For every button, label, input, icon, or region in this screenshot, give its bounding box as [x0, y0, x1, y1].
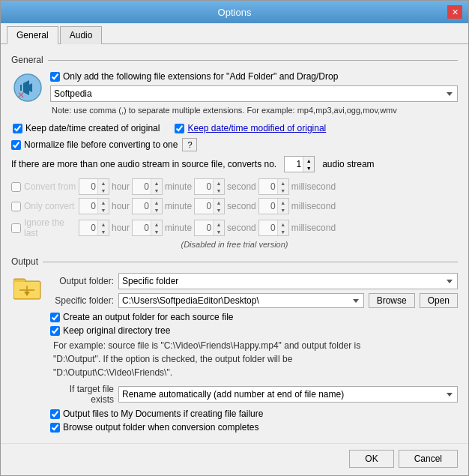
- ignore-last-checkbox[interactable]: [11, 223, 21, 233]
- if-exists-select[interactable]: Rename automatically (add number at end …: [118, 386, 458, 403]
- specific-folder-select[interactable]: C:\Users\SoftpediaEditor\Desktop\: [118, 293, 364, 308]
- title-bar: Options ✕: [1, 1, 468, 23]
- general-section-line: [48, 60, 458, 61]
- create-output-row: Create an output folder for each source …: [50, 312, 458, 322]
- tab-audio[interactable]: Audio: [60, 26, 103, 44]
- if-exists-select-container: Rename automatically (add number at end …: [118, 386, 458, 403]
- ignore-last-second-down[interactable]: ▼: [214, 228, 224, 235]
- output-section-label: Output: [11, 256, 38, 267]
- convert-from-ms-input[interactable]: [259, 181, 277, 193]
- speaker-icon: ✕: [13, 73, 43, 103]
- general-right: Only add the following file extensions f…: [50, 71, 458, 118]
- convert-from-ms-up[interactable]: ▲: [278, 179, 288, 187]
- only-convert-label-wrap[interactable]: Only convert: [11, 201, 79, 211]
- ignore-last-minute-up[interactable]: ▲: [151, 220, 162, 228]
- only-convert-hour-down[interactable]: ▼: [98, 206, 109, 214]
- convert-from-second-down[interactable]: ▼: [214, 187, 224, 194]
- only-convert-ms-down[interactable]: ▼: [278, 206, 288, 214]
- ignore-last-ms-up[interactable]: ▲: [278, 220, 288, 228]
- keep-date-created-checkbox[interactable]: [13, 124, 22, 133]
- output-my-docs-label[interactable]: Output files to My Documents if creating…: [50, 409, 263, 419]
- normalize-help-button[interactable]: ?: [182, 138, 197, 151]
- convert-from-minute-up[interactable]: ▲: [151, 179, 162, 187]
- create-output-label[interactable]: Create an output folder for each source …: [50, 312, 233, 322]
- ignore-last-hour-up[interactable]: ▲: [98, 220, 109, 228]
- audio-stream-up[interactable]: ▲: [303, 157, 314, 164]
- convert-from-second-input[interactable]: [195, 181, 213, 193]
- convert-from-minute-down[interactable]: ▼: [151, 187, 162, 194]
- example-text-area: For example: source file is "C:\Video\Fr…: [50, 339, 458, 379]
- ignore-last-second-up[interactable]: ▲: [214, 220, 224, 228]
- only-convert-spinboxes: ▲ ▼ hour ▲ ▼ minute ▲: [79, 198, 336, 214]
- example-text2: "D:\Output". If the option is checked, t…: [53, 354, 292, 364]
- only-convert-ms-up[interactable]: ▲: [278, 199, 288, 206]
- audio-stream-down[interactable]: ▼: [303, 164, 314, 172]
- only-convert-minute-up[interactable]: ▲: [151, 199, 162, 206]
- only-convert-second-down[interactable]: ▼: [214, 206, 224, 214]
- ignore-last-second-label: second: [227, 223, 256, 233]
- content-area: General ✕ Only: [1, 44, 468, 443]
- output-my-docs-row: Output files to My Documents if creating…: [50, 409, 458, 419]
- general-section-label: General: [11, 55, 43, 65]
- browse-output-text: Browse output folder when conversion com…: [63, 422, 258, 433]
- tab-general[interactable]: General: [7, 26, 58, 44]
- normalize-checkbox[interactable]: [11, 140, 21, 150]
- ignore-last-ms-input[interactable]: [259, 222, 277, 234]
- keep-date-modified-checkbox[interactable]: [175, 124, 184, 133]
- ignore-last-label-wrap[interactable]: Ignore the last: [11, 217, 79, 238]
- only-add-checkbox[interactable]: [50, 72, 60, 82]
- only-convert-hour-up[interactable]: ▲: [98, 199, 109, 206]
- close-button[interactable]: ✕: [447, 5, 462, 19]
- only-convert-checkbox[interactable]: [11, 202, 21, 211]
- convert-from-minute-input[interactable]: [133, 181, 151, 193]
- only-convert-second-up[interactable]: ▲: [214, 199, 224, 206]
- normalize-text: Normalize file before converting to one: [24, 139, 178, 150]
- ignore-last-minute-down[interactable]: ▼: [151, 228, 162, 235]
- only-add-label[interactable]: Only add the following file extensions f…: [50, 71, 338, 82]
- keep-date-modified-label[interactable]: Keep date/time modified of original: [175, 123, 326, 133]
- convert-from-hour-down[interactable]: ▼: [98, 187, 109, 194]
- ignore-last-hour-down[interactable]: ▼: [98, 228, 109, 235]
- output-folder-select[interactable]: Specific folder Same as source My Docume…: [118, 273, 458, 289]
- convert-from-hour-input[interactable]: [79, 181, 97, 193]
- convert-from-checkbox[interactable]: [11, 182, 21, 192]
- convert-from-hour-spinbox: ▲ ▼: [79, 178, 109, 195]
- tab-bar: General Audio: [1, 23, 468, 44]
- only-convert-second-input[interactable]: [195, 200, 213, 212]
- create-output-checkbox[interactable]: [50, 313, 60, 322]
- ignore-last-minute-input[interactable]: [133, 222, 151, 234]
- keep-date-row: Keep date/time created of original Keep …: [11, 123, 458, 133]
- ignore-last-ms-down[interactable]: ▼: [278, 228, 288, 235]
- browse-output-label[interactable]: Browse output folder when conversion com…: [50, 422, 258, 433]
- extension-select[interactable]: Softpedia: [50, 85, 458, 102]
- ignore-last-second-spinbox: ▲ ▼: [194, 220, 225, 236]
- convert-from-second-up[interactable]: ▲: [214, 179, 224, 187]
- convert-from-ms-down[interactable]: ▼: [278, 187, 288, 194]
- audio-stream-text2: audio stream: [322, 159, 374, 169]
- ignore-last-hour-input[interactable]: [79, 222, 97, 234]
- ignore-last-second-input[interactable]: [195, 222, 213, 234]
- only-convert-hour-input[interactable]: [79, 200, 97, 212]
- convert-from-minute-label: minute: [165, 181, 192, 192]
- ok-button[interactable]: OK: [349, 450, 393, 468]
- browse-output-row: Browse output folder when conversion com…: [50, 422, 458, 433]
- cancel-button[interactable]: Cancel: [399, 450, 458, 468]
- open-button[interactable]: Open: [420, 293, 458, 308]
- keep-dir-label[interactable]: Keep original directory tree: [50, 325, 170, 336]
- normalize-row: Normalize file before converting to one …: [11, 138, 458, 151]
- browse-output-checkbox[interactable]: [50, 423, 60, 433]
- audio-stream-spinbox: ▲ ▼: [284, 156, 315, 172]
- output-my-docs-checkbox[interactable]: [50, 409, 60, 419]
- convert-from-hour-up[interactable]: ▲: [98, 179, 109, 187]
- keep-dir-checkbox[interactable]: [50, 326, 60, 336]
- browse-button[interactable]: Browse: [369, 293, 415, 308]
- only-convert-minute-input[interactable]: [133, 200, 151, 212]
- keep-dir-row: Keep original directory tree: [50, 325, 458, 336]
- audio-stream-input[interactable]: [285, 158, 303, 170]
- only-convert-ms-input[interactable]: [259, 200, 277, 212]
- keep-date-created-label[interactable]: Keep date/time created of original: [13, 123, 160, 133]
- convert-from-label-wrap[interactable]: Convert from: [11, 181, 79, 192]
- audio-stream-arrows: ▲ ▼: [303, 157, 314, 172]
- normalize-label[interactable]: Normalize file before converting to one: [11, 139, 178, 150]
- only-convert-minute-down[interactable]: ▼: [151, 206, 162, 214]
